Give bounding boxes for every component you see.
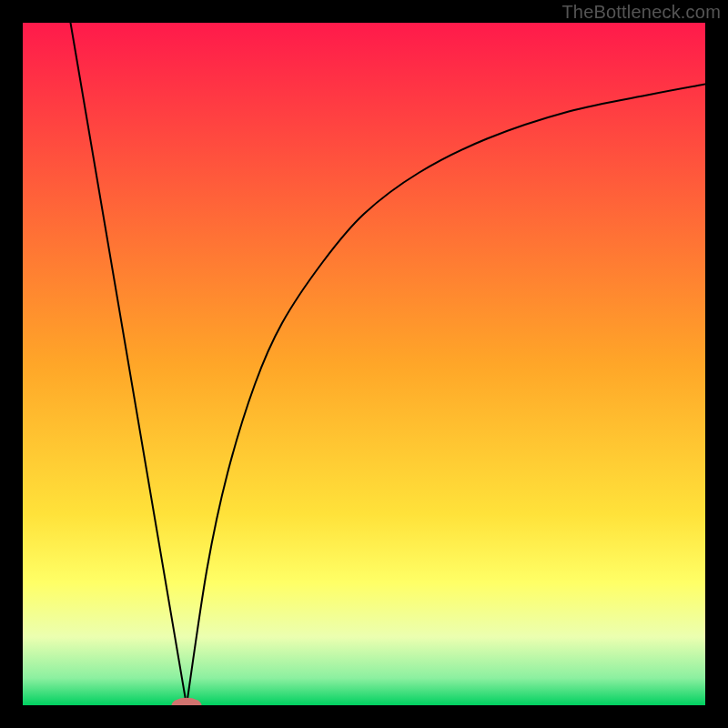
chart-svg xyxy=(23,23,705,705)
chart-frame: TheBottleneck.com xyxy=(0,0,728,728)
plot-area xyxy=(23,23,705,705)
gradient-background xyxy=(23,23,705,705)
watermark-text: TheBottleneck.com xyxy=(561,2,721,23)
